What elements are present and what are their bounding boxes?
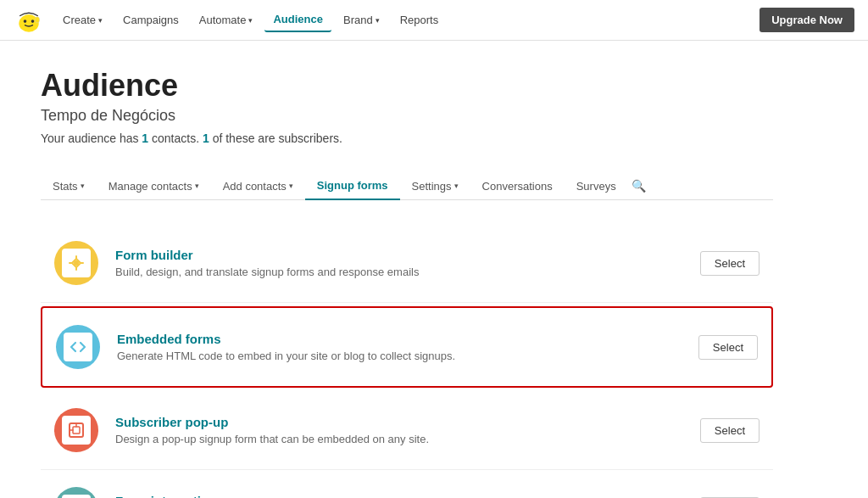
info-middle: contacts. bbox=[148, 131, 203, 145]
subnav-item-conversations[interactable]: Conversations bbox=[470, 173, 565, 199]
svg-point-1 bbox=[19, 14, 38, 30]
embedded-forms-name[interactable]: Embedded forms bbox=[117, 332, 682, 346]
page-title: Audience bbox=[41, 68, 773, 104]
svg-point-5 bbox=[74, 260, 79, 266]
form-builder-icon bbox=[54, 241, 98, 285]
top-navbar: Create ▾ Campaigns Automate ▾ Audience B… bbox=[0, 0, 868, 41]
form-builder-select-button[interactable]: Select bbox=[700, 251, 760, 276]
svg-point-3 bbox=[31, 20, 35, 23]
chevron-down-icon: ▾ bbox=[248, 16, 253, 25]
nav-item-brand[interactable]: Brand ▾ bbox=[335, 8, 388, 31]
form-integrations-name[interactable]: Form integrations bbox=[115, 494, 683, 498]
embedded-forms-description: Generate HTML code to embed in your site… bbox=[117, 350, 682, 362]
chevron-down-icon: ▾ bbox=[454, 182, 459, 190]
subnav-item-manage-contacts[interactable]: Manage contacts ▾ bbox=[97, 173, 211, 199]
embedded-forms-details: Embedded forms Generate HTML code to emb… bbox=[117, 332, 682, 362]
form-integrations-item: Form integrations Create signup forms us… bbox=[41, 470, 773, 498]
form-builder-item: Form builder Build, design, and translat… bbox=[41, 224, 773, 303]
embedded-forms-icon bbox=[56, 325, 100, 369]
nav-item-automate[interactable]: Automate ▾ bbox=[191, 8, 262, 31]
subnav-item-stats[interactable]: Stats ▾ bbox=[41, 173, 97, 199]
main-content: Audience Tempo de Negócios Your audience… bbox=[0, 41, 814, 498]
subscriber-popup-description: Design a pop-up signup form that can be … bbox=[115, 433, 683, 445]
search-icon[interactable]: 🔍 bbox=[632, 179, 646, 193]
chevron-down-icon: ▾ bbox=[376, 16, 380, 25]
subnav-item-add-contacts[interactable]: Add contacts ▾ bbox=[211, 173, 305, 199]
form-builder-description: Build, design, and translate signup form… bbox=[115, 266, 683, 278]
svg-point-4 bbox=[35, 16, 39, 22]
subscriber-popup-icon-inner bbox=[62, 416, 91, 445]
subscribers-count: 1 bbox=[203, 131, 209, 145]
audience-name: Tempo de Negócios bbox=[41, 107, 773, 125]
nav-item-create[interactable]: Create ▾ bbox=[54, 8, 111, 31]
form-builder-details: Form builder Build, design, and translat… bbox=[115, 248, 683, 278]
sub-navbar: Stats ▾ Manage contacts ▾ Add contacts ▾… bbox=[41, 172, 773, 200]
form-integrations-icon-inner bbox=[62, 495, 91, 498]
svg-point-2 bbox=[24, 20, 27, 23]
subnav-item-settings[interactable]: Settings ▾ bbox=[400, 173, 470, 199]
nav-menu: Create ▾ Campaigns Automate ▾ Audience B… bbox=[54, 8, 760, 32]
chevron-down-icon: ▾ bbox=[195, 182, 199, 190]
embedded-forms-item: Embedded forms Generate HTML code to emb… bbox=[41, 306, 773, 388]
nav-item-reports[interactable]: Reports bbox=[392, 8, 448, 31]
svg-rect-7 bbox=[73, 427, 80, 434]
embedded-forms-icon-inner bbox=[64, 333, 92, 361]
chevron-down-icon: ▾ bbox=[81, 182, 85, 190]
subscriber-popup-item: Subscriber pop-up Design a pop-up signup… bbox=[41, 391, 773, 470]
signup-forms-list: Form builder Build, design, and translat… bbox=[41, 224, 773, 498]
subscriber-popup-select-button[interactable]: Select bbox=[700, 418, 760, 443]
subscriber-popup-name[interactable]: Subscriber pop-up bbox=[115, 415, 683, 429]
info-suffix: of these are subscribers. bbox=[209, 131, 342, 145]
subnav-item-surveys[interactable]: Surveys bbox=[565, 173, 628, 199]
audience-info: Your audience has 1 contacts. 1 of these… bbox=[41, 131, 773, 145]
form-integrations-details: Form integrations Create signup forms us… bbox=[115, 494, 683, 498]
chevron-down-icon: ▾ bbox=[289, 182, 293, 190]
subnav-item-signup-forms[interactable]: Signup forms bbox=[305, 172, 400, 200]
form-integrations-icon bbox=[54, 487, 98, 498]
subscriber-popup-details: Subscriber pop-up Design a pop-up signup… bbox=[115, 415, 683, 445]
subscriber-popup-icon bbox=[54, 408, 98, 452]
nav-item-audience[interactable]: Audience bbox=[264, 8, 331, 32]
upgrade-now-button[interactable]: Upgrade Now bbox=[760, 8, 854, 32]
form-builder-icon-inner bbox=[62, 249, 91, 277]
info-prefix: Your audience has bbox=[41, 131, 142, 145]
mailchimp-logo[interactable] bbox=[14, 7, 41, 34]
embedded-forms-select-button[interactable]: Select bbox=[698, 335, 758, 360]
nav-item-campaigns[interactable]: Campaigns bbox=[114, 8, 187, 31]
chevron-down-icon: ▾ bbox=[98, 16, 103, 25]
contacts-count: 1 bbox=[142, 131, 148, 145]
form-builder-name[interactable]: Form builder bbox=[115, 248, 683, 262]
